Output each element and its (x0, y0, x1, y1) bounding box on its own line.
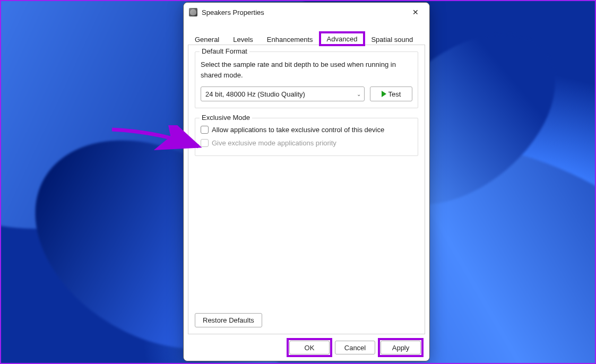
tab-advanced[interactable]: Advanced (320, 33, 365, 45)
test-button[interactable]: Test (370, 86, 412, 101)
priority-label: Give exclusive mode applications priorit… (212, 139, 336, 147)
default-format-description: Select the sample rate and bit depth to … (201, 59, 412, 80)
ok-button[interactable]: OK (289, 341, 330, 354)
priority-row: Give exclusive mode applications priorit… (201, 139, 412, 147)
speakers-properties-dialog: Speakers Properties ✕ General Levels Enh… (183, 2, 430, 361)
close-icon: ✕ (412, 8, 419, 16)
cancel-button[interactable]: Cancel (335, 341, 375, 354)
titlebar: Speakers Properties ✕ (184, 3, 429, 22)
sample-rate-value: 24 bit, 48000 Hz (Studio Quality) (205, 90, 305, 98)
window-title: Speakers Properties (202, 8, 404, 16)
tab-general[interactable]: General (188, 33, 226, 45)
play-icon (382, 91, 386, 97)
tab-enhancements[interactable]: Enhancements (260, 33, 320, 45)
dialog-footer: OK Cancel Apply (184, 334, 429, 361)
allow-exclusive-label: Allow applications to take exclusive con… (212, 126, 384, 134)
chevron-down-icon: ⌄ (357, 91, 361, 97)
group-exclusive-mode: Exclusive Mode Allow applications to tak… (195, 118, 418, 156)
restore-defaults-button[interactable]: Restore Defaults (195, 313, 262, 327)
sample-rate-select[interactable]: 24 bit, 48000 Hz (Studio Quality) ⌄ (201, 86, 365, 101)
group-legend-exclusive-mode: Exclusive Mode (200, 114, 252, 122)
close-button[interactable]: ✕ (404, 4, 427, 20)
tab-spatial-sound[interactable]: Spatial sound (364, 33, 420, 45)
group-default-format: Default Format Select the sample rate an… (195, 51, 418, 108)
tab-strip: General Levels Enhancements Advanced Spa… (184, 32, 429, 45)
tab-levels[interactable]: Levels (226, 33, 260, 45)
group-legend-default-format: Default Format (200, 47, 249, 55)
allow-exclusive-checkbox[interactable] (201, 126, 209, 134)
apply-button[interactable]: Apply (381, 341, 421, 354)
priority-checkbox (201, 139, 209, 147)
speaker-icon (189, 8, 197, 16)
allow-exclusive-row[interactable]: Allow applications to take exclusive con… (201, 126, 412, 134)
tab-panel-advanced: Default Format Select the sample rate an… (188, 45, 425, 334)
